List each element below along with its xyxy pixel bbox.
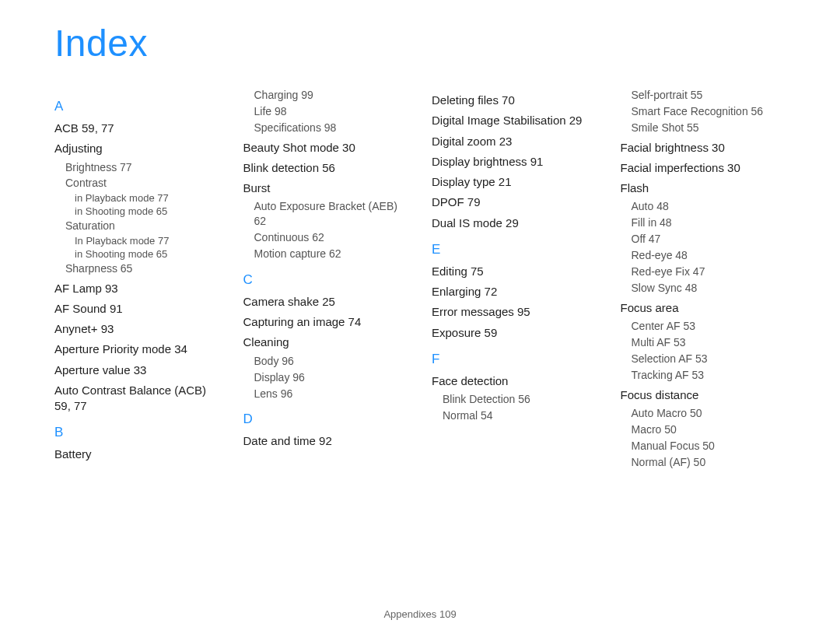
entry-fd-blink: Blink Detection 56	[443, 392, 597, 407]
entry-acb: ACB 59, 77	[54, 121, 220, 136]
entry-dpof: DPOF 79	[432, 194, 597, 210]
entry-focus-area: Focus area	[621, 300, 786, 316]
entry-battery-specs: Specifications 98	[254, 121, 409, 135]
entry-adjusting: Adjusting	[54, 141, 220, 156]
entry-battery-life: Life 98	[254, 104, 409, 119]
entry-aperture-priority: Aperture Priority mode 34	[54, 342, 220, 357]
entry-contrast-playback: in Playback mode 77	[75, 192, 220, 205]
entry-display-type: Display type 21	[432, 174, 597, 190]
entry-flash-fill: Fill in 48	[632, 215, 786, 230]
entry-sat-shooting: in Shooting mode 65	[75, 248, 220, 261]
section-letter-f: F	[432, 352, 597, 367]
entry-brightness: Brightness 77	[65, 160, 220, 175]
entry-auto-contrast-balance: Auto Contrast Balance (ACB) 59, 77	[54, 383, 220, 415]
entry-digital-is: Digital Image Stabilisation 29	[432, 113, 597, 128]
entry-facial-brightness: Facial brightness 30	[621, 140, 786, 156]
entry-self-portrait: Self-portrait 55	[632, 88, 786, 103]
entry-flash: Flash	[621, 180, 786, 196]
entry-smile-shot: Smile Shot 55	[632, 121, 786, 135]
entry-flash-off: Off 47	[632, 232, 786, 247]
entry-fd-normal: Normal 54	[443, 408, 597, 423]
entry-fd-auto-macro: Auto Macro 50	[632, 406, 786, 421]
page-footer: Appendixes 109	[0, 608, 840, 620]
entry-deleting-files: Deleting files 70	[432, 93, 597, 108]
entry-editing: Editing 75	[432, 264, 597, 279]
entry-face-detection: Face detection	[432, 373, 597, 389]
entry-facial-imperfections: Facial imperfections 30	[621, 160, 786, 176]
entry-fa-center: Center AF 53	[632, 319, 786, 334]
entry-burst-continuous: Continuous 62	[254, 230, 409, 245]
section-letter-c: C	[243, 272, 409, 288]
entry-fd-normal-af: Normal (AF) 50	[632, 455, 786, 470]
entry-flash-redeye: Red-eye 48	[632, 248, 786, 263]
entry-blink-detection: Blink detection 56	[243, 160, 409, 176]
column-3: Deleting files 70 Digital Image Stabilis…	[432, 88, 597, 471]
entry-cleaning-lens: Lens 96	[254, 387, 409, 401]
entry-aperture-value: Aperture value 33	[54, 363, 220, 378]
entry-focus-distance: Focus distance	[621, 387, 786, 403]
entry-sat-playback: In Playback mode 77	[75, 235, 220, 248]
entry-error-messages: Error messages 95	[432, 304, 597, 320]
column-1: A ACB 59, 77 Adjusting Brightness 77 Con…	[54, 88, 220, 471]
entry-enlarging: Enlarging 72	[432, 284, 597, 299]
entry-flash-redeyefix: Red-eye Fix 47	[632, 264, 786, 279]
section-letter-b: B	[54, 425, 220, 440]
entry-fd-manual: Manual Focus 50	[632, 439, 786, 454]
entry-af-lamp: AF Lamp 93	[54, 281, 220, 296]
entry-display-brightness: Display brightness 91	[432, 154, 597, 170]
entry-camera-shake: Camera shake 25	[243, 294, 409, 310]
entry-exposure: Exposure 59	[432, 325, 597, 341]
entry-contrast: Contrast	[65, 176, 220, 191]
page-title: Index	[54, 22, 786, 65]
entry-burst: Burst	[243, 180, 409, 196]
section-letter-e: E	[432, 242, 597, 257]
column-4: Self-portrait 55 Smart Face Recognition …	[621, 88, 786, 471]
entry-burst-motion: Motion capture 62	[254, 247, 409, 261]
entry-af-sound: AF Sound 91	[54, 301, 220, 317]
entry-fd-macro: Macro 50	[632, 422, 786, 437]
entry-fa-tracking: Tracking AF 53	[632, 368, 786, 383]
section-letter-a: A	[54, 99, 220, 114]
entry-cleaning-display: Display 96	[254, 370, 409, 385]
entry-battery-charging: Charging 99	[254, 88, 409, 103]
entry-contrast-shooting: in Shooting mode 65	[75, 205, 220, 219]
index-columns: A ACB 59, 77 Adjusting Brightness 77 Con…	[54, 88, 786, 471]
section-letter-d: D	[243, 412, 409, 427]
entry-cleaning-body: Body 96	[254, 354, 409, 369]
entry-cleaning: Cleaning	[243, 335, 409, 350]
entry-anynet: Anynet+ 93	[54, 321, 220, 337]
entry-dual-is: Dual IS mode 29	[432, 215, 597, 231]
entry-flash-auto: Auto 48	[632, 199, 786, 214]
entry-beauty-shot: Beauty Shot mode 30	[243, 140, 409, 156]
entry-fa-selection: Selection AF 53	[632, 352, 786, 366]
entry-fa-multi: Multi AF 53	[632, 335, 786, 350]
document-page: Index A ACB 59, 77 Adjusting Brightness …	[0, 0, 840, 634]
entry-date-time: Date and time 92	[243, 433, 409, 449]
entry-smart-face: Smart Face Recognition 56	[632, 104, 786, 119]
column-2: Charging 99 Life 98 Specifications 98 Be…	[243, 88, 409, 471]
entry-burst-aeb: Auto Exposure Bracket (AEB) 62	[254, 199, 409, 229]
entry-battery: Battery	[54, 447, 220, 462]
entry-saturation: Saturation	[65, 219, 220, 233]
entry-digital-zoom: Digital zoom 23	[432, 134, 597, 149]
entry-flash-slowsync: Slow Sync 48	[632, 281, 786, 296]
entry-capturing: Capturing an image 74	[243, 314, 409, 330]
entry-sharpness: Sharpness 65	[65, 261, 220, 276]
